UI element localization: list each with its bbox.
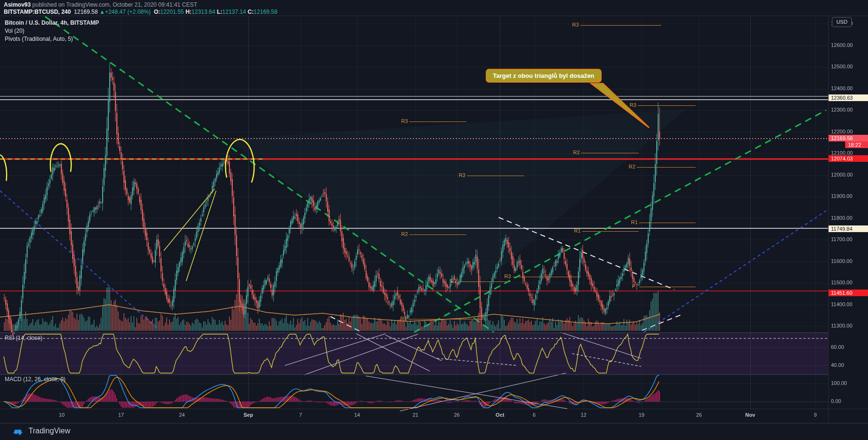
legend-volume-indicator[interactable]: Vol (20)	[5, 27, 99, 35]
rsi-axis-label: 60.00	[831, 344, 844, 350]
open-value: 12201.55	[160, 9, 184, 15]
annotation-text: Target z obou trianglů byl dosažen	[493, 72, 594, 79]
low-value: 12137.14	[222, 9, 246, 15]
time-axis-label: Oct	[496, 412, 504, 418]
time-axis-label: 26	[696, 412, 702, 418]
price-axis-label: 12000.00	[831, 172, 853, 178]
time-axis-label: 12	[581, 412, 586, 418]
tradingview-logo-text[interactable]: TradingView	[28, 427, 70, 435]
close-value: 12169.58	[254, 9, 277, 15]
symbol-status-bar[interactable]: BITSTAMP:BTCUSD, 240 12169.58 ▲+248.47 (…	[4, 9, 277, 15]
chart-legend: Bitcoin / U.S. Dollar, 4h, BITSTAMP Vol …	[5, 19, 99, 43]
price-axis-label: 11900.00	[831, 193, 852, 200]
price-axis-label: 11800.00	[831, 215, 852, 222]
price-axis-label: 12400.00	[831, 85, 853, 92]
price-axis-label: 11600.00	[831, 258, 852, 265]
price-axis-label: 11700.00	[831, 236, 852, 243]
time-axis-label: 21	[413, 412, 418, 418]
price-axis-label: 11500.00	[831, 280, 852, 286]
byline: Asimov93 published on TradingView.com, O…	[4, 1, 197, 8]
change-arrow-icon: ▲	[99, 9, 105, 15]
legend-symbol-title[interactable]: Bitcoin / U.S. Dollar, 4h, BITSTAMP	[5, 19, 99, 27]
alert-label-12074: 12074.03	[829, 155, 868, 162]
price-axis-label: 11400.00	[831, 301, 852, 308]
chart-canvas[interactable]	[0, 0, 868, 440]
time-axis-label: 19	[639, 412, 644, 418]
time-axis-label: 24	[179, 412, 185, 418]
time-axis-label: Nov	[745, 412, 755, 418]
time-axis-label: 14	[354, 412, 360, 418]
price-axis-label: 12200.00	[831, 129, 853, 135]
price-axis-label: 11300.00	[831, 323, 852, 329]
time-axis-label: 6	[533, 412, 536, 418]
footer-bar: TradingView	[0, 423, 868, 440]
author-name: Asimov93	[4, 1, 31, 8]
level-label-12360: 12360.63	[829, 94, 868, 101]
alert-label-11451: 11451.60	[829, 290, 868, 296]
time-axis-label: 7	[299, 412, 302, 418]
currency-toggle-button[interactable]: USD	[832, 17, 852, 27]
time-axis-label: Sep	[244, 412, 253, 418]
interval-value[interactable]: 240	[61, 9, 71, 15]
publication-header: Asimov93 published on TradingView.com, O…	[0, 0, 868, 16]
time-axis-label: 17	[118, 412, 124, 418]
annotation-callout[interactable]: Target z obou trianglů byl dosažen	[486, 69, 602, 83]
time-axis-label: 26	[454, 412, 460, 418]
rsi-pane-label[interactable]: RSI (14, close)	[5, 335, 42, 341]
time-axis-label: 9	[814, 412, 817, 418]
level-label-11749: 11749.84	[829, 225, 868, 232]
tradingview-logo-icon[interactable]	[12, 426, 25, 438]
change-value: +248.47 (+2.08%)	[105, 9, 151, 15]
price-axis-label: 12500.00	[831, 64, 853, 70]
rsi-axis-label: 40.00	[831, 362, 844, 368]
symbol-name[interactable]: BITSTAMP:BTCUSD,	[4, 9, 60, 15]
countdown-timer: 18:22	[845, 141, 868, 148]
macd-pane-label[interactable]: MACD (12, 26, close, 9)	[5, 376, 66, 383]
legend-pivots-indicator[interactable]: Pivots (Traditional, Auto, 5)	[5, 35, 99, 43]
last-price: 12169.58	[74, 9, 98, 15]
last-price-label: 12169.58	[829, 135, 868, 141]
price-axis-label: 12300.00	[831, 107, 853, 113]
tradingview-chart-window: Asimov93 published on TradingView.com, O…	[0, 0, 868, 440]
macd-axis-label: 0.00	[831, 398, 841, 404]
price-axis-label: 12600.00	[831, 42, 853, 49]
macd-axis-label: 100.00	[831, 380, 847, 386]
time-axis-label: 10	[59, 412, 65, 418]
high-value: 12313.64	[191, 9, 215, 15]
